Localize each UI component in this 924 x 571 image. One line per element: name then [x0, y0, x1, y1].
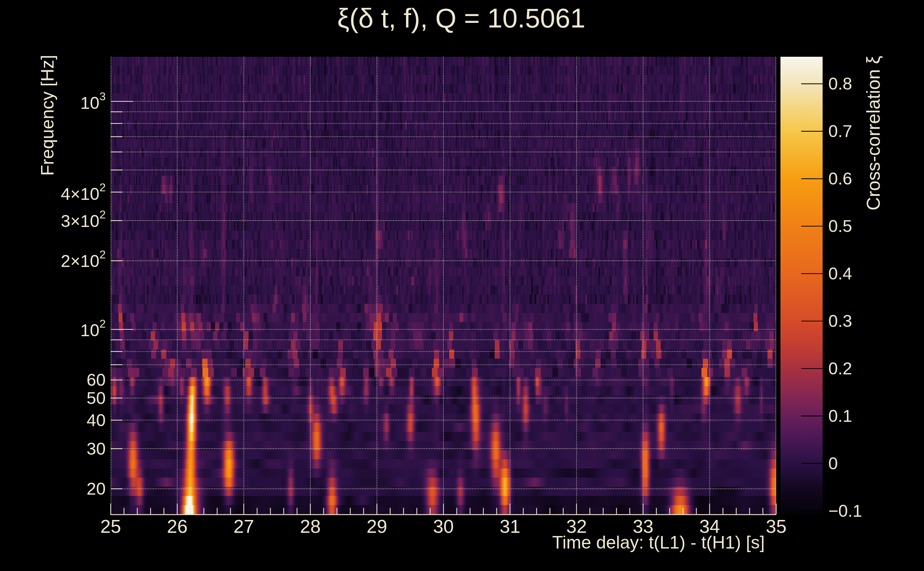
svg-text:27: 27	[233, 516, 254, 537]
svg-text:Frequency [Hz]: Frequency [Hz]	[37, 55, 57, 176]
svg-text:0.7: 0.7	[828, 122, 852, 140]
svg-text:0.3: 0.3	[828, 312, 852, 330]
svg-text:0.6: 0.6	[828, 169, 852, 188]
svg-text:0.4: 0.4	[828, 264, 852, 283]
svg-text:28: 28	[300, 516, 321, 537]
svg-text:30: 30	[87, 439, 106, 458]
svg-text:26: 26	[167, 516, 187, 537]
svg-text:−0.1: −0.1	[828, 502, 862, 520]
svg-text:3×102: 3×102	[61, 208, 106, 230]
svg-text:0.5: 0.5	[828, 217, 852, 236]
svg-text:0.1: 0.1	[828, 406, 852, 425]
svg-text:25: 25	[100, 516, 121, 537]
svg-text:29: 29	[367, 516, 387, 537]
svg-text:0: 0	[828, 454, 838, 473]
svg-text:102: 102	[80, 317, 106, 340]
svg-text:Cross-correlation ξ: Cross-correlation ξ	[863, 56, 884, 211]
svg-text:2×102: 2×102	[61, 248, 106, 270]
svg-text:31: 31	[499, 516, 520, 537]
svg-text:40: 40	[87, 411, 106, 430]
svg-text:50: 50	[87, 389, 106, 407]
svg-text:4×102: 4×102	[61, 181, 106, 204]
svg-text:ξ(δ t, f), Q = 10.5061: ξ(δ t, f), Q = 10.5061	[337, 3, 585, 33]
svg-text:103: 103	[80, 90, 106, 113]
svg-text:30: 30	[433, 516, 454, 537]
svg-text:20: 20	[87, 479, 106, 498]
svg-text:Time delay: t(L1) - t(H1) [s]: Time delay: t(L1) - t(H1) [s]	[552, 532, 765, 552]
svg-text:0.2: 0.2	[828, 359, 852, 378]
svg-text:0.8: 0.8	[828, 74, 852, 93]
svg-text:60: 60	[87, 370, 106, 389]
svg-text:35: 35	[766, 516, 786, 537]
